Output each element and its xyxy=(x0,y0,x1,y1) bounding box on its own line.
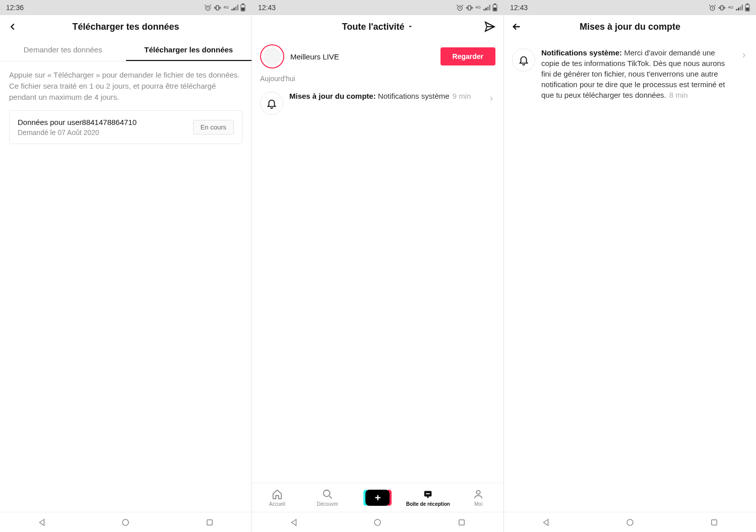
status-badge[interactable]: En cours xyxy=(193,120,234,135)
battery-icon xyxy=(240,4,245,12)
tabbar-home-label: Accueil xyxy=(269,501,285,507)
live-label: Meilleurs LIVE xyxy=(290,52,434,61)
status-time: 12:36 xyxy=(6,4,24,12)
svg-rect-3 xyxy=(242,4,244,5)
tabbar-me-label: Moi xyxy=(474,501,482,507)
live-row[interactable]: Meilleurs LIVE Regarder xyxy=(252,38,503,75)
svg-rect-4 xyxy=(241,8,244,11)
arrow-left-icon xyxy=(511,21,522,32)
signal-icon xyxy=(231,4,238,12)
phone-right: 12:43 4G Mises à jour du compte Notifica… xyxy=(504,0,756,532)
android-back[interactable] xyxy=(288,516,300,528)
notification-row[interactable]: Mises à jour du compte: Notifications sy… xyxy=(252,86,503,120)
alarm-icon xyxy=(456,4,464,12)
vibrate-icon xyxy=(466,4,473,12)
svg-rect-24 xyxy=(711,519,717,525)
android-nav-bar xyxy=(252,512,503,532)
phone-left: 12:36 4G Télécharger tes données Demande… xyxy=(0,0,252,532)
vibrate-icon xyxy=(214,4,221,12)
svg-rect-19 xyxy=(721,6,723,10)
tab-request-data[interactable]: Demander tes données xyxy=(0,38,126,61)
status-icons: 4G xyxy=(709,4,750,12)
status-bar: 12:43 4G xyxy=(252,0,503,15)
notification-row[interactable]: Notifications système: Merci d'avoir dem… xyxy=(504,38,756,105)
android-home[interactable] xyxy=(371,516,384,528)
chevron-right-icon xyxy=(740,51,748,59)
svg-point-12 xyxy=(323,490,330,497)
bell-icon xyxy=(266,98,277,109)
notif-title: Notifications système: xyxy=(541,48,622,57)
tabs: Demander tes données Télécharger les don… xyxy=(0,38,251,61)
svg-rect-22 xyxy=(746,8,749,11)
status-icons: 4G xyxy=(456,4,497,12)
card-subtitle: Demandé le 07 Août 2020 xyxy=(18,128,137,137)
android-home[interactable] xyxy=(624,516,636,528)
chevron-left-icon xyxy=(7,21,18,32)
tabbar-discover[interactable]: Découvrir xyxy=(302,488,353,507)
svg-point-16 xyxy=(374,519,381,525)
content-area: Notifications système: Merci d'avoir dem… xyxy=(504,38,756,532)
chevron-right xyxy=(487,91,495,103)
status-icons: 4G xyxy=(204,4,245,12)
page-title: Mises à jour du compte xyxy=(511,22,749,32)
bell-icon xyxy=(518,54,529,65)
android-home[interactable] xyxy=(119,516,132,528)
svg-point-5 xyxy=(122,519,129,525)
tabbar-inbox-label: Boîte de réception xyxy=(406,501,450,507)
tab-download-data[interactable]: Télécharger les données xyxy=(126,38,252,61)
tabbar-inbox[interactable]: Boîte de réception xyxy=(403,488,453,507)
android-recent[interactable] xyxy=(708,516,720,528)
home-icon xyxy=(272,489,283,500)
notif-text: Mises à jour du compte: Notifications sy… xyxy=(289,91,481,101)
notif-body: Notifications système xyxy=(376,92,450,100)
notif-text: Notifications système: Merci d'avoir dem… xyxy=(541,47,734,100)
watch-button[interactable]: Regarder xyxy=(440,47,495,65)
status-time: 12:43 xyxy=(258,4,276,12)
notif-title: Mises à jour du compte: xyxy=(289,92,376,100)
android-back[interactable] xyxy=(36,516,48,528)
alarm-icon xyxy=(204,4,212,12)
android-recent[interactable] xyxy=(456,516,468,528)
battery-icon xyxy=(745,4,750,12)
page-header: Mises à jour du compte xyxy=(504,15,756,38)
send-icon xyxy=(484,21,496,33)
alarm-icon xyxy=(709,4,716,12)
card-title: Données pour user8841478864710 xyxy=(18,118,137,126)
svg-rect-17 xyxy=(459,519,465,525)
caret-down-icon xyxy=(407,24,413,30)
tabbar-discover-label: Découvrir xyxy=(317,501,338,507)
back-button[interactable] xyxy=(509,19,524,34)
avatar xyxy=(263,47,281,65)
tabbar-create[interactable]: + xyxy=(353,490,403,506)
search-icon xyxy=(322,489,333,500)
helper-text: Appuie sur « Télécharger » pour demander… xyxy=(0,61,251,110)
content-area: Appuie sur « Télécharger » pour demander… xyxy=(0,61,251,532)
status-bar: 12:36 4G xyxy=(0,0,251,15)
svg-rect-6 xyxy=(207,519,213,525)
svg-point-15 xyxy=(476,491,480,494)
activity-dropdown[interactable]: Toute l'activité xyxy=(259,22,496,32)
svg-rect-21 xyxy=(746,4,748,5)
page-header: Toute l'activité xyxy=(252,15,503,38)
notif-time: 9 min xyxy=(451,92,471,100)
chevron-right-icon xyxy=(487,95,495,103)
android-nav-bar xyxy=(0,512,251,532)
android-back[interactable] xyxy=(540,516,552,528)
plus-icon: + xyxy=(375,493,381,503)
section-today: Aujourd'hui xyxy=(252,75,503,86)
bottom-tabbar: Accueil Découvrir + Boîte de réception M… xyxy=(252,483,503,512)
tabbar-me[interactable]: Moi xyxy=(453,488,503,507)
svg-rect-1 xyxy=(216,6,219,10)
page-header: Télécharger tes données xyxy=(0,15,251,38)
android-nav-bar xyxy=(504,512,756,532)
svg-rect-11 xyxy=(493,8,496,11)
back-button[interactable] xyxy=(5,19,20,34)
send-button[interactable] xyxy=(482,19,497,34)
content-area: Meilleurs LIVE Regarder Aujourd'hui Mise… xyxy=(252,38,503,532)
notif-time: 8 min xyxy=(667,91,688,99)
phone-middle: 12:43 4G Toute l'activité Meilleurs LIVE… xyxy=(252,0,504,532)
notif-icon-circle xyxy=(512,48,535,72)
chevron-right xyxy=(740,47,748,59)
tabbar-home[interactable]: Accueil xyxy=(252,488,302,507)
android-recent[interactable] xyxy=(204,516,216,528)
